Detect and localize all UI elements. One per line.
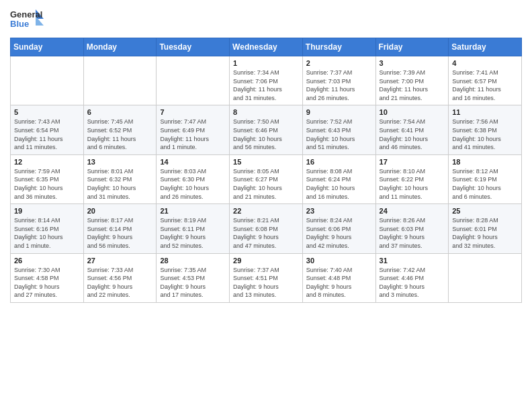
day-number: 1 [233, 59, 299, 67]
day-cell-21: 21Sunrise: 8:19 AM Sunset: 6:11 PM Dayli… [157, 204, 230, 253]
weekday-header-row: SundayMondayTuesdayWednesdayThursdayFrid… [11, 38, 522, 56]
day-cell-7: 7Sunrise: 7:47 AM Sunset: 6:49 PM Daylig… [157, 105, 230, 154]
day-number: 16 [306, 158, 372, 166]
day-info: Sunrise: 7:50 AM Sunset: 6:46 PM Dayligh… [233, 118, 299, 151]
day-info: Sunrise: 8:21 AM Sunset: 6:08 PM Dayligh… [233, 216, 299, 250]
day-cell-8: 8Sunrise: 7:50 AM Sunset: 6:46 PM Daylig… [230, 105, 303, 154]
header: GeneralBlue [10, 7, 522, 32]
day-number: 24 [380, 207, 445, 215]
day-info: Sunrise: 8:17 AM Sunset: 6:14 PM Dayligh… [87, 216, 153, 250]
day-cell-12: 12Sunrise: 7:59 AM Sunset: 6:35 PM Dayli… [11, 154, 84, 203]
day-info: Sunrise: 8:28 AM Sunset: 6:01 PM Dayligh… [452, 216, 518, 250]
day-number: 14 [160, 158, 226, 166]
day-cell-24: 24Sunrise: 8:26 AM Sunset: 6:03 PM Dayli… [375, 204, 449, 253]
day-number: 23 [306, 207, 372, 215]
day-info: Sunrise: 8:03 AM Sunset: 6:30 PM Dayligh… [160, 167, 226, 201]
day-number: 30 [306, 257, 372, 265]
day-cell-9: 9Sunrise: 7:52 AM Sunset: 6:43 PM Daylig… [302, 105, 375, 154]
day-info: Sunrise: 7:39 AM Sunset: 7:00 PM Dayligh… [380, 68, 445, 102]
day-number: 11 [452, 108, 518, 116]
day-cell-31: 31Sunrise: 7:42 AM Sunset: 4:46 PM Dayli… [375, 253, 449, 302]
day-info: Sunrise: 8:10 AM Sunset: 6:22 PM Dayligh… [380, 167, 445, 201]
week-row-3: 12Sunrise: 7:59 AM Sunset: 6:35 PM Dayli… [11, 154, 522, 203]
day-number: 17 [380, 158, 445, 166]
day-info: Sunrise: 7:30 AM Sunset: 4:58 PM Dayligh… [14, 266, 80, 300]
day-number: 6 [87, 108, 153, 116]
day-info: Sunrise: 8:26 AM Sunset: 6:03 PM Dayligh… [380, 216, 445, 250]
day-cell-1: 1Sunrise: 7:34 AM Sunset: 7:06 PM Daylig… [230, 56, 303, 105]
day-number: 20 [87, 207, 153, 215]
empty-cell [157, 56, 230, 105]
day-number: 8 [233, 108, 299, 116]
day-number: 15 [233, 158, 299, 166]
weekday-thursday: Thursday [302, 38, 375, 56]
day-info: Sunrise: 8:01 AM Sunset: 6:32 PM Dayligh… [87, 167, 153, 201]
page: GeneralBlue SundayMondayTuesdayWednesday… [0, 0, 532, 411]
day-info: Sunrise: 7:59 AM Sunset: 6:35 PM Dayligh… [14, 167, 80, 201]
day-number: 3 [380, 59, 445, 67]
day-cell-27: 27Sunrise: 7:33 AM Sunset: 4:56 PM Dayli… [83, 253, 157, 302]
day-info: Sunrise: 7:37 AM Sunset: 7:03 PM Dayligh… [306, 68, 372, 102]
weekday-monday: Monday [83, 38, 157, 56]
weekday-sunday: Sunday [11, 38, 84, 56]
day-info: Sunrise: 7:45 AM Sunset: 6:52 PM Dayligh… [87, 118, 153, 151]
day-number: 25 [452, 207, 518, 215]
day-cell-14: 14Sunrise: 8:03 AM Sunset: 6:30 PM Dayli… [157, 154, 230, 203]
weekday-wednesday: Wednesday [230, 38, 303, 56]
day-cell-19: 19Sunrise: 8:14 AM Sunset: 6:16 PM Dayli… [11, 204, 84, 253]
day-cell-23: 23Sunrise: 8:24 AM Sunset: 6:06 PM Dayli… [302, 204, 375, 253]
day-cell-13: 13Sunrise: 8:01 AM Sunset: 6:32 PM Dayli… [83, 154, 157, 203]
week-row-5: 26Sunrise: 7:30 AM Sunset: 4:58 PM Dayli… [11, 253, 522, 302]
day-number: 5 [14, 108, 80, 116]
weekday-saturday: Saturday [449, 38, 522, 56]
day-info: Sunrise: 7:37 AM Sunset: 4:51 PM Dayligh… [233, 266, 299, 300]
day-number: 9 [306, 108, 372, 116]
day-number: 4 [452, 59, 518, 67]
day-cell-11: 11Sunrise: 7:56 AM Sunset: 6:38 PM Dayli… [449, 105, 522, 154]
logo: GeneralBlue [10, 7, 44, 32]
day-cell-3: 3Sunrise: 7:39 AM Sunset: 7:00 PM Daylig… [375, 56, 449, 105]
day-number: 2 [306, 59, 372, 67]
empty-cell [11, 56, 84, 105]
day-cell-30: 30Sunrise: 7:40 AM Sunset: 4:48 PM Dayli… [302, 253, 375, 302]
day-info: Sunrise: 8:24 AM Sunset: 6:06 PM Dayligh… [306, 216, 372, 250]
day-info: Sunrise: 8:19 AM Sunset: 6:11 PM Dayligh… [160, 216, 226, 250]
day-cell-20: 20Sunrise: 8:17 AM Sunset: 6:14 PM Dayli… [83, 204, 157, 253]
day-info: Sunrise: 7:54 AM Sunset: 6:41 PM Dayligh… [380, 118, 445, 151]
day-number: 13 [87, 158, 153, 166]
weekday-friday: Friday [375, 38, 449, 56]
day-cell-22: 22Sunrise: 8:21 AM Sunset: 6:08 PM Dayli… [230, 204, 303, 253]
svg-text:Blue: Blue [10, 19, 29, 29]
week-row-2: 5Sunrise: 7:43 AM Sunset: 6:54 PM Daylig… [11, 105, 522, 154]
day-info: Sunrise: 7:40 AM Sunset: 4:48 PM Dayligh… [306, 266, 372, 300]
week-row-4: 19Sunrise: 8:14 AM Sunset: 6:16 PM Dayli… [11, 204, 522, 253]
day-number: 7 [160, 108, 226, 116]
logo-icon: GeneralBlue [10, 7, 44, 32]
day-cell-4: 4Sunrise: 7:41 AM Sunset: 6:57 PM Daylig… [449, 56, 522, 105]
weekday-tuesday: Tuesday [157, 38, 230, 56]
day-number: 22 [233, 207, 299, 215]
day-cell-15: 15Sunrise: 8:05 AM Sunset: 6:27 PM Dayli… [230, 154, 303, 203]
day-cell-5: 5Sunrise: 7:43 AM Sunset: 6:54 PM Daylig… [11, 105, 84, 154]
day-cell-28: 28Sunrise: 7:35 AM Sunset: 4:53 PM Dayli… [157, 253, 230, 302]
day-number: 26 [14, 257, 80, 265]
day-info: Sunrise: 7:56 AM Sunset: 6:38 PM Dayligh… [452, 118, 518, 151]
week-row-1: 1Sunrise: 7:34 AM Sunset: 7:06 PM Daylig… [11, 56, 522, 105]
day-info: Sunrise: 7:47 AM Sunset: 6:49 PM Dayligh… [160, 118, 226, 151]
day-info: Sunrise: 7:43 AM Sunset: 6:54 PM Dayligh… [14, 118, 80, 151]
day-cell-6: 6Sunrise: 7:45 AM Sunset: 6:52 PM Daylig… [83, 105, 157, 154]
day-info: Sunrise: 7:52 AM Sunset: 6:43 PM Dayligh… [306, 118, 372, 151]
day-number: 18 [452, 158, 518, 166]
day-cell-29: 29Sunrise: 7:37 AM Sunset: 4:51 PM Dayli… [230, 253, 303, 302]
day-info: Sunrise: 7:35 AM Sunset: 4:53 PM Dayligh… [160, 266, 226, 300]
day-cell-17: 17Sunrise: 8:10 AM Sunset: 6:22 PM Dayli… [375, 154, 449, 203]
day-cell-26: 26Sunrise: 7:30 AM Sunset: 4:58 PM Dayli… [11, 253, 84, 302]
day-info: Sunrise: 7:42 AM Sunset: 4:46 PM Dayligh… [380, 266, 445, 300]
day-info: Sunrise: 8:05 AM Sunset: 6:27 PM Dayligh… [233, 167, 299, 201]
day-info: Sunrise: 8:08 AM Sunset: 6:24 PM Dayligh… [306, 167, 372, 201]
empty-cell [83, 56, 157, 105]
day-number: 12 [14, 158, 80, 166]
day-number: 29 [233, 257, 299, 265]
day-number: 10 [380, 108, 445, 116]
day-cell-25: 25Sunrise: 8:28 AM Sunset: 6:01 PM Dayli… [449, 204, 522, 253]
